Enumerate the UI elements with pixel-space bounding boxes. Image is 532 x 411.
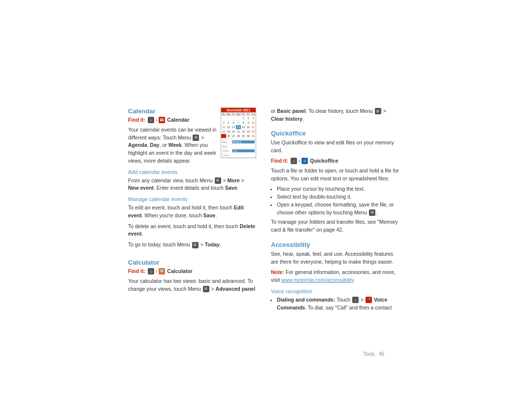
- content-area: December 2011 SuMoTuWeThFrSa 123 4567891…: [128, 107, 404, 314]
- page-container: December 2011 SuMoTuWeThFrSa 123 4567891…: [0, 0, 532, 411]
- quickoffice-bullets: Place your cursor by touching the text. …: [271, 185, 399, 216]
- manage-calendar-events-title: Manage calendar events: [128, 196, 256, 202]
- menu-icon-6: ⊞: [369, 209, 375, 216]
- dialing-commands-bold: Dialing and commands:: [277, 297, 335, 303]
- quickoffice-find-it: Find it: ⌂ › Q Quickoffice: [271, 158, 399, 164]
- add-calendar-events-body: From any calendar view, touch Menu ⊞ > M…: [128, 177, 256, 193]
- home-icon-calendar: ⌂: [148, 117, 154, 123]
- footer-page-number: 45: [379, 351, 384, 357]
- calendar-mini: December 2011 SuMoTuWeThFrSa 123 4567891…: [221, 107, 256, 158]
- accessibility-title: Accessibility: [271, 241, 399, 248]
- continuation-text: or Basic panel. To clear history, touch …: [271, 107, 399, 123]
- menu-icon-3: ⊞: [192, 242, 199, 248]
- page-footer: Tools 45: [364, 351, 384, 357]
- voice-bullets: Dialing and commands: Touch ⌂ > 🎤 Voice …: [271, 296, 399, 312]
- footer-section-label: Tools: [364, 351, 375, 357]
- voice-recognition-title: Voice recognition: [271, 288, 399, 294]
- manage-calendar-events-body1: To edit an event, touch and hold it, the…: [128, 204, 256, 220]
- bullet-2: Select text by double-touching it.: [277, 193, 399, 201]
- find-it-label-calendar: Find it:: [128, 117, 145, 123]
- quickoffice-body3: To manage your folders and transfer file…: [271, 218, 399, 234]
- find-it-label-calc: Find it:: [128, 268, 145, 274]
- calculator-app-name: Calculator: [167, 268, 192, 274]
- quickoffice-app-name: Quickoffice: [310, 158, 338, 164]
- bullet-1: Place your cursor by touching the text.: [277, 185, 399, 193]
- menu-icon-1: ⊞: [193, 135, 199, 141]
- accessibility-body1: See, hear, speak, feel, and use. Accessi…: [271, 250, 399, 266]
- cal-month-header: December 2011: [221, 108, 256, 112]
- manage-calendar-events-body3: To go to today, touch Menu ⊞ > Today.: [128, 241, 256, 249]
- calculator-title: Calculator: [128, 259, 256, 266]
- calendar-section: December 2011 SuMoTuWeThFrSa 123 4567891…: [128, 107, 256, 252]
- calculator-app-icon: 🔢: [159, 268, 165, 274]
- menu-icon-5: ⊞: [375, 108, 381, 114]
- calculator-body: Your calculator has two views: basic and…: [128, 277, 256, 293]
- calendar-app-name: Calendar: [167, 117, 189, 123]
- calendar-screenshot: December 2011 SuMoTuWeThFrSa 123 4567891…: [221, 107, 256, 158]
- home-icon-calc: ⌂: [148, 268, 154, 274]
- menu-icon-4: ⊞: [203, 286, 209, 292]
- add-calendar-events-title: Add calendar events: [128, 169, 256, 175]
- left-column: December 2011 SuMoTuWeThFrSa 123 4567891…: [128, 107, 256, 314]
- accessibility-note: Note: For general information, accessori…: [271, 269, 399, 284]
- calendar-find-it: Find it: ⌂ › 📅 Calendar: [128, 117, 217, 123]
- accessibility-section: Accessibility See, hear, speak, feel, an…: [271, 241, 399, 312]
- right-column: or Basic panel. To clear history, touch …: [271, 107, 399, 314]
- quickoffice-section: Quickoffice Use Quickoffice to view and …: [271, 130, 399, 234]
- voice-app-icon: 🎤: [366, 297, 372, 303]
- quickoffice-title: Quickoffice: [271, 130, 399, 137]
- home-icon-voice: ⌂: [352, 297, 359, 303]
- note-label: Note:: [271, 269, 284, 275]
- voice-bullet-1: Dialing and commands: Touch ⌂ > 🎤 Voice …: [277, 296, 399, 312]
- cal-days-header: SuMoTuWeThFrSa: [221, 112, 256, 116]
- manage-calendar-events-body2: To delete an event, touch and hold it, t…: [128, 223, 256, 239]
- quickoffice-body1: Use Quickoffice to view and edit files o…: [271, 139, 399, 155]
- calculator-find-it: Find it: ⌂ › 🔢 Calculator: [128, 268, 256, 274]
- quickoffice-app-icon: Q: [301, 158, 308, 164]
- find-it-label-qo: Find it:: [271, 158, 288, 164]
- home-icon-qo: ⌂: [291, 158, 297, 164]
- cal-day-view: 8am Meeting 9am 10am Call: [221, 139, 256, 158]
- bullet-3: Open a keypad, choose formatting, save t…: [277, 201, 399, 217]
- cal-grid: 123 45678910 11121314151617 181920212223…: [221, 116, 256, 138]
- calendar-app-icon: 📅: [159, 117, 165, 123]
- accessibility-link[interactable]: www.motorola.com/accessibility: [281, 277, 354, 283]
- calculator-section: Calculator Find it: ⌂ › 🔢 Calculator You…: [128, 259, 256, 293]
- menu-icon-2: ⊞: [215, 177, 221, 184]
- quickoffice-body2: Touch a file or folder to open, or touch…: [271, 167, 399, 183]
